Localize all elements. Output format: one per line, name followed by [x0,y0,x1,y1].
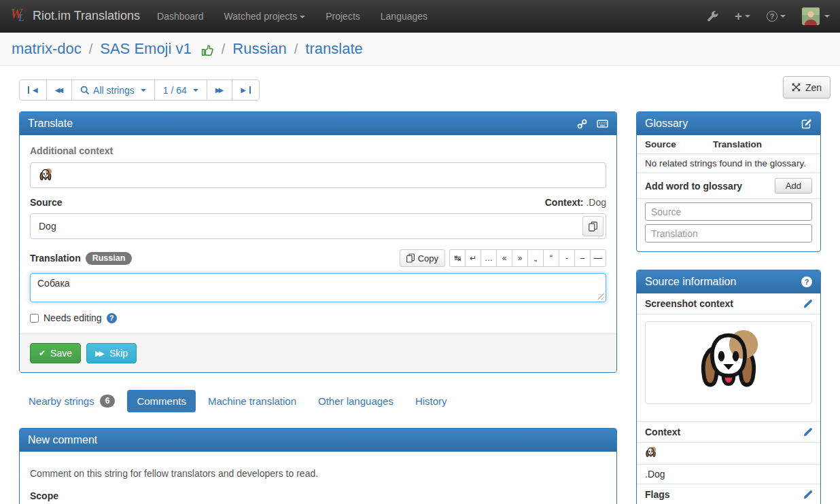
special-chars-group: ↹ ↵ … « » „ “ - – — [449,249,606,267]
scope-label: Scope [30,490,606,501]
step-forward-icon [249,86,251,94]
breadcrumb-project[interactable]: matrix-doc [12,40,82,58]
position-label: 1 / 64 [163,85,187,96]
detail-tabs: Nearby strings 6 Comments Machine transl… [19,389,617,413]
add-word-label: Add word to glossary [645,181,742,192]
source-info-title: Source information [645,276,736,288]
copy-icon [406,253,415,263]
user-menu-button[interactable] [802,7,830,25]
insert-hyphen-button[interactable]: - [559,249,575,267]
previous-string-button[interactable]: ◀◀ [46,79,72,101]
dog-emoji-icon [39,168,52,182]
thumbs-up-icon [200,43,214,57]
nav-projects[interactable]: Projects [315,0,370,33]
new-comment-panel: New comment Comment on this string for f… [19,428,617,504]
help-menu-button[interactable]: ? [767,11,786,22]
fast-backward-icon: ◀◀ [55,87,61,94]
first-string-button[interactable]: ◀ [19,79,47,101]
last-string-button[interactable]: ▶ [232,79,260,101]
insert-emdash-button[interactable]: — [590,249,606,267]
save-button[interactable]: ✔Save [30,343,81,363]
breadcrumb-page[interactable]: translate [305,40,362,58]
chevron-down-icon [300,16,305,18]
edit-glossary-icon[interactable] [801,118,812,129]
fullscreen-icon [792,83,801,92]
nav-dashboard[interactable]: Dashboard [147,0,214,33]
nav-watched-projects[interactable]: Watched projects [214,0,316,33]
next-string-button[interactable]: ▶▶ [207,79,232,101]
admin-wrench-icon[interactable] [707,11,718,22]
weblate-logo-icon: WL [10,7,27,26]
comment-description: Comment on this string for fellow transl… [30,468,606,479]
new-comment-body: Comment on this string for fellow transl… [20,452,616,504]
new-comment-title: New comment [28,434,97,446]
edit-flags-icon[interactable] [803,490,812,499]
top-navbar: WL Riot.im Translations Dashboard Watche… [0,0,840,33]
tab-nearby-strings[interactable]: Nearby strings 6 [19,389,124,413]
search-filter-button[interactable]: All strings [71,79,155,101]
context-label: Context: [545,197,584,208]
step-backward-icon [28,86,29,94]
glossary-translation-input[interactable] [645,224,812,242]
source-string-box: Dog [30,213,606,239]
chevron-down-icon [780,15,786,18]
glossary-empty-text: No related strings found in the glossary… [637,154,820,173]
edit-context-icon[interactable] [803,428,812,437]
glossary-source-input[interactable] [645,202,812,221]
needs-editing-help-icon[interactable]: ? [107,313,117,323]
dog-emoji-icon [645,447,657,458]
insert-laquo-button[interactable]: « [496,249,512,267]
insert-ellipsis-button[interactable]: … [480,249,497,267]
breadcrumb-language[interactable]: Russian [232,40,286,58]
add-word-button[interactable]: Add [775,178,812,194]
insert-newline-button[interactable]: ↵ [465,249,481,267]
language-badge: Russian [86,252,133,265]
glossary-col-source: Source [645,139,713,149]
glossary-title: Glossary [645,118,688,130]
zen-mode-button[interactable]: Zen [783,76,830,98]
source-info-help-icon[interactable]: ? [801,276,812,287]
insert-high-quote-button[interactable]: “ [543,249,559,267]
keyboard-shortcuts-icon[interactable] [597,119,608,128]
chevron-down-icon [824,15,830,18]
brand-title: Riot.im Translations [33,9,140,23]
nav-languages[interactable]: Languages [370,0,438,33]
source-info-panel: Source information ? Screenshot context … [636,270,821,504]
translate-panel: Translate Additional context Source Cont… [19,111,617,373]
translation-textarea[interactable]: Собака [30,273,606,302]
zen-label: Zen [805,82,822,93]
breadcrumb-component[interactable]: SAS Emoji v1 [100,40,192,58]
insert-low-quote-button[interactable]: „ [527,249,544,267]
glossary-col-translation: Translation [713,139,762,149]
insert-raquo-button[interactable]: » [512,249,528,267]
tab-other-languages[interactable]: Other languages [309,390,403,412]
copy-translation-button[interactable]: Copy [400,249,445,267]
check-icon: ✔ [39,348,46,358]
plus-icon: + [735,10,742,22]
flags-head: Flags [637,484,820,504]
insert-endash-button[interactable]: – [574,249,591,267]
needs-editing-checkbox[interactable] [30,314,39,323]
add-menu-button[interactable]: + [735,10,750,22]
tab-machine-translation[interactable]: Machine translation [198,390,306,412]
breadcrumb-separator: / [89,41,93,57]
edit-screenshot-icon[interactable] [803,300,812,308]
copy-source-button[interactable] [582,216,603,236]
tab-history[interactable]: History [406,390,457,412]
tab-comments[interactable]: Comments [127,390,196,412]
glossary-add-row: Add word to glossary Add [637,173,820,199]
translate-panel-title: Translate [28,118,73,130]
new-comment-header: New comment [20,429,616,452]
breadcrumb-separator: / [294,41,298,57]
source-info-header: Source information ? [637,270,820,293]
help-icon: ? [767,11,777,22]
context-head: Context [637,421,820,443]
navbar-right: + ? [707,7,830,25]
pager-toolbar: ◀ ◀◀ All strings 1 / 64 ▶▶ ▶ Zen [19,79,821,101]
brand[interactable]: WL Riot.im Translations [10,7,140,26]
permalink-icon[interactable] [577,119,587,129]
insert-tab-button[interactable]: ↹ [449,249,466,267]
skip-button[interactable]: ▶▶Skip [86,343,137,363]
source-label: Source [30,197,62,208]
position-dropdown-button[interactable]: 1 / 64 [154,79,207,101]
